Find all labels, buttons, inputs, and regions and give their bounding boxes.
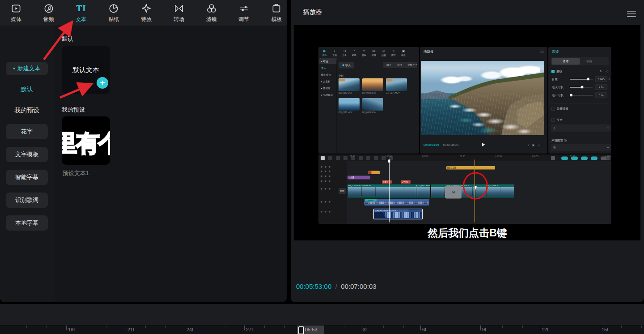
mini-slider [570, 95, 593, 96]
mini-tab-label: 音频 [330, 54, 339, 57]
bar-orange [369, 171, 380, 175]
mini-ruler-label: | 00:10 [386, 155, 392, 158]
tab-audio[interactable]: 音频 [33, 3, 65, 24]
minor-tick [502, 325, 503, 328]
minor-tick [47, 325, 47, 328]
ruler-label-6f: 6f [422, 327, 426, 332]
default-text-card[interactable]: 默认文本 + [62, 46, 110, 94]
text-icon: TI [76, 3, 87, 14]
mini-clip-thumb [339, 78, 360, 91]
mini-sidebar-item: ▸ 素材库 [319, 85, 337, 91]
mini-clip-name: DJI_0014.MOV [386, 92, 408, 94]
mini-section-all: 全部 [339, 74, 343, 77]
sidebar-item-new-text[interactable]: ▾ 新建文本 [6, 62, 48, 75]
mini-ruler-label: | 00:40 [496, 155, 502, 158]
mini-tab-label: 调节 [389, 54, 398, 57]
minor-tick [582, 325, 582, 328]
segment-divider [430, 184, 431, 198]
mini-tab: ✦特效 [359, 49, 369, 57]
mini-clip-name: DJI_0086.MOV [362, 111, 385, 114]
mini-tab-label: 特效 [359, 54, 369, 57]
chk-denoise [551, 107, 555, 111]
divider [551, 103, 609, 104]
sidebar-item-local-captions[interactable]: 本地字幕 [6, 215, 48, 231]
tab-media[interactable]: 媒体 [0, 3, 32, 24]
timeline-ruler[interactable]: 18f21f24f27f3f6f9f12f15f 05:53 [0, 325, 644, 334]
tab-filter[interactable]: 滤镜 [195, 3, 228, 24]
sidebar-item-recognize-lyrics[interactable]: 识别歌词 [6, 193, 48, 208]
track-head-icon [321, 166, 322, 168]
ruler-label-24f: 24f [186, 327, 193, 332]
bar-tag1: 恢复到 [382, 180, 392, 184]
bar-orange-chip [369, 171, 372, 174]
add-text-button[interactable]: + [97, 77, 108, 89]
section-title-my-presets: 我的预设 [62, 106, 85, 114]
media-icon [10, 3, 22, 14]
chk-voice [551, 118, 555, 122]
mini-tab: ⋈转场 [369, 49, 379, 57]
lbl-voice: 变声 [557, 118, 563, 122]
track-head-icon [329, 176, 330, 177]
playhead-marker[interactable] [298, 326, 304, 334]
video-viewport[interactable]: ▶媒体♪音频TI文本◔贴纸✦特效⋈转场◎滤镜≈调节▣模板▾ 本地导入我的预设▸ … [294, 25, 640, 240]
sidebar-item-smart-captions[interactable]: 智能字幕 [6, 170, 48, 185]
mini-ruler-label: | 00:00 [349, 155, 355, 158]
tab-template[interactable]: 模板 [260, 3, 287, 24]
slider-value: 4.7s [595, 84, 607, 90]
reset-icons: ↻ ◇ [600, 69, 610, 73]
audio-track-2-selected: 大海的声音 海浪声 海浪拍打声 [373, 209, 423, 219]
mini-sort: 排序 [393, 62, 406, 68]
tab-text[interactable]: TI文本 [65, 3, 97, 24]
sticker-icon [108, 3, 119, 14]
sidebar-item-fancy-text[interactable]: 花字 [6, 124, 48, 139]
tl-tool-icon [374, 156, 378, 160]
tab-effects[interactable]: 特效 [130, 3, 162, 24]
ruler-label-3f: 3f [363, 327, 367, 332]
slider-knob [580, 86, 583, 89]
minor-tick [621, 325, 622, 328]
slider-value: 0.0dB [595, 76, 607, 82]
sidebar-item-default[interactable]: 默认 [0, 86, 54, 94]
mini-sidebar-item: ▾ 本地 [319, 58, 337, 64]
mini-tab-icon: TI [339, 49, 349, 53]
track-head-icon [329, 188, 330, 190]
track-head-icon [321, 211, 322, 213]
badge [339, 79, 345, 81]
minor-tick [264, 325, 265, 328]
bar-subtitle: 字幕1 [446, 166, 495, 170]
player-menu-icon[interactable] [627, 9, 636, 16]
mini-import-button: 导入 [339, 62, 354, 69]
badge [387, 79, 393, 81]
effects-icon [140, 3, 152, 14]
divider [336, 60, 337, 154]
major-tick [66, 325, 67, 330]
track-head-icon [325, 166, 326, 168]
mini-tab: ♪音频 [330, 49, 339, 57]
timeline-toolbar [0, 304, 644, 325]
sidebar-item-text-template[interactable]: 文字模板 [6, 147, 48, 162]
mini-tab-icon: ▣ [398, 49, 408, 53]
tab-sticker[interactable]: 贴纸 [97, 3, 130, 24]
sidebar-item-my-presets[interactable]: 我的预设 [0, 107, 54, 115]
mini-timeline-panel: | 00:00| 00:10| 00:20| 00:30| 00:40| 00:… [318, 154, 611, 224]
tl-toggle-cyan [591, 157, 597, 160]
left-panel: 媒体音频TI文本贴纸特效转场滤镜调节模板 ▾ 新建文本 默认 我的预设 花字文字… [0, 0, 287, 302]
ruler-label-18f: 18f [68, 327, 75, 332]
tab-transition[interactable]: 转场 [163, 3, 195, 24]
segment-divider [416, 184, 416, 198]
preset-text-card[interactable]: 里有个铁 [62, 116, 110, 165]
sidebar-new-text-label: 新建文本 [17, 64, 41, 73]
mini-current-time: 00:00:34:19 [424, 143, 439, 147]
mini-play-button [482, 143, 485, 146]
mini-media-panel: ▶媒体♪音频TI文本◔贴纸✦特效⋈转场◎滤镜≈调节▣模板▾ 本地导入我的预设▸ … [318, 47, 419, 154]
mini-tab-icon: ◔ [349, 49, 359, 53]
mini-sidebar-item: ▸ 品牌素材 [319, 92, 337, 98]
mini-settings-title: 音频 [552, 50, 559, 54]
minor-tick [7, 325, 7, 328]
dot-icon [342, 64, 344, 66]
video-caption: 然后我们点击B键 [294, 226, 640, 240]
mini-menu-icon [540, 50, 544, 50]
tab-adjust[interactable]: 调节 [228, 3, 260, 24]
mini-sidebar-item: 导入 [319, 65, 337, 71]
ruler-label-12f: 12f [542, 327, 548, 332]
